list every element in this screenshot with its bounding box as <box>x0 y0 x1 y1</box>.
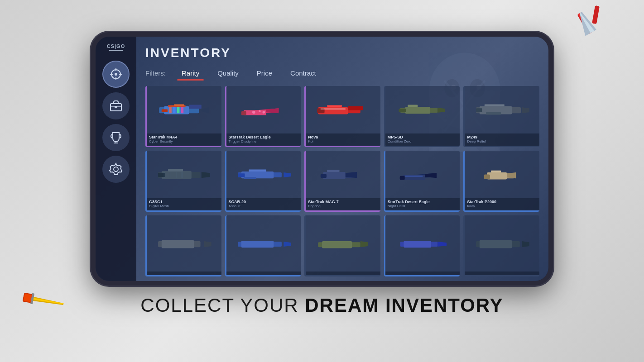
svg-rect-95 <box>491 171 501 172</box>
filter-tab-rarity[interactable]: Rarity <box>173 67 208 79</box>
sidebar-item-settings[interactable] <box>102 156 130 183</box>
weapon-image-area-15 <box>465 215 539 272</box>
sidebar-item-weapons[interactable] <box>102 92 130 119</box>
weapon-card-5[interactable]: M249 Deep Relief <box>463 86 539 147</box>
weapon-skin-10: Ivory <box>467 204 537 208</box>
svg-rect-36 <box>174 104 184 105</box>
svg-marker-104 <box>360 241 368 247</box>
weapon-image-area-2 <box>226 86 301 133</box>
weapon-info-6: G3SG1 Digital Mesh <box>147 198 221 210</box>
weapon-info-5: M249 Deep Relief <box>465 133 539 146</box>
phone-container: CS|GO <box>91 32 553 286</box>
weapon-skin-7: Assault <box>229 204 299 208</box>
svg-rect-4 <box>592 5 600 24</box>
weapon-card-7[interactable]: SCAR-20 Assault <box>225 151 301 212</box>
weapon-card-14[interactable] <box>384 215 460 276</box>
weapon-card-4[interactable]: MP5-SD Condition Zero <box>384 86 460 147</box>
weapon-image-13 <box>309 231 377 256</box>
trophy-icon <box>109 131 123 144</box>
weapon-card-10[interactable]: StarTrak P2000 Ivory <box>463 151 539 212</box>
svg-rect-59 <box>408 105 418 108</box>
weapon-info-1: StarTrak M4A4 Cyber Security <box>147 133 221 146</box>
svg-rect-33 <box>189 105 202 109</box>
weapon-card-13[interactable] <box>304 215 380 276</box>
weapon-info-7: SCAR-20 Assault <box>226 198 301 210</box>
weapon-info-13 <box>306 272 380 275</box>
svg-point-20 <box>115 73 117 76</box>
svg-rect-45 <box>241 111 246 115</box>
weapon-card-15[interactable] <box>463 215 539 276</box>
main-content: INVENTORY Filters: Rarity Quality Price … <box>136 37 548 281</box>
weapon-skin-3: Koi <box>308 139 378 143</box>
weapon-image-6 <box>150 162 218 187</box>
weapon-name-10: StarTrak P2000 <box>467 200 537 204</box>
weapon-image-area-7 <box>226 151 301 198</box>
filter-tab-price[interactable]: Price <box>248 67 281 79</box>
svg-rect-32 <box>164 106 189 114</box>
weapon-card-9[interactable]: StarTrak Desert Eagle Night Heist <box>384 151 460 212</box>
svg-rect-79 <box>249 170 266 171</box>
svg-marker-77 <box>284 172 291 177</box>
weapon-image-area-3 <box>306 86 380 133</box>
tagline-bold: DREAM INVENTORY <box>305 295 503 316</box>
svg-rect-80 <box>244 177 256 179</box>
sidebar-item-trophy[interactable] <box>102 124 130 151</box>
weapon-image-area-8 <box>306 151 380 198</box>
svg-marker-68 <box>202 172 210 178</box>
weapon-card-1[interactable]: StarTrak M4A4 Cyber Security <box>145 86 221 147</box>
svg-rect-39 <box>173 107 176 113</box>
weapon-image-area-9 <box>385 151 460 198</box>
svg-rect-41 <box>181 107 184 113</box>
weapon-card-3[interactable]: Nova Koi <box>304 86 380 147</box>
svg-rect-89 <box>399 176 404 180</box>
svg-rect-100 <box>241 240 274 247</box>
weapon-name-7: SCAR-20 <box>229 200 299 204</box>
gear-icon <box>109 162 123 176</box>
weapon-image-area-11 <box>147 215 221 272</box>
svg-point-47 <box>259 110 260 112</box>
csgo-divider <box>109 50 123 51</box>
svg-rect-27 <box>115 106 117 108</box>
weapon-image-area-5 <box>465 86 539 133</box>
weapon-name-5: M249 <box>467 135 537 139</box>
weapon-image-1 <box>150 97 218 122</box>
filter-row: Filters: Rarity Quality Price Contract <box>145 67 539 79</box>
weapon-image-9 <box>389 162 457 187</box>
csgo-text: CS|GO <box>107 43 125 49</box>
sidebar-item-crosshair[interactable] <box>102 61 130 88</box>
svg-rect-67 <box>162 171 192 179</box>
svg-rect-64 <box>485 104 505 106</box>
tagline: COLLECT YOUR DREAM INVENTORY <box>140 295 503 316</box>
svg-rect-53 <box>327 105 342 107</box>
filter-tab-quality[interactable]: Quality <box>208 67 248 79</box>
svg-marker-57 <box>437 108 445 113</box>
weapon-info-9: StarTrak Desert Eagle Night Heist <box>385 198 460 210</box>
weapon-name-3: Nova <box>308 135 378 139</box>
weapon-name-4: MP5-SD <box>388 135 458 139</box>
svg-rect-40 <box>177 107 180 113</box>
filter-tab-contract[interactable]: Contract <box>281 67 325 79</box>
weapon-image-11 <box>150 231 218 256</box>
svg-rect-103 <box>322 241 352 248</box>
weapon-image-14 <box>389 231 457 256</box>
weapon-image-15 <box>468 231 536 256</box>
weapon-info-14 <box>385 272 460 275</box>
weapon-card-2[interactable]: StarTrak Desert Eagle Trigger Discipline <box>225 86 301 147</box>
svg-rect-58 <box>399 109 406 112</box>
weapon-card-8[interactable]: StarTrak MAG-7 Popdog <box>304 151 380 212</box>
svg-point-30 <box>114 167 118 171</box>
weapon-card-12[interactable] <box>225 215 301 276</box>
weapon-image-area-4 <box>385 86 460 133</box>
svg-marker-107 <box>437 242 447 247</box>
weapon-card-6[interactable]: G3SG1 Digital Mesh <box>145 151 221 212</box>
weapon-skin-9: Night Heist <box>388 204 458 208</box>
svg-rect-85 <box>327 170 340 172</box>
weapon-card-11[interactable] <box>145 215 221 276</box>
svg-rect-56 <box>405 107 430 114</box>
svg-rect-106 <box>404 240 431 247</box>
tagline-text: COLLECT YOUR DREAM INVENTORY <box>140 295 503 316</box>
weapon-skin-2: Trigger Discipline <box>229 139 299 143</box>
weapon-grid: StarTrak M4A4 Cyber Security <box>145 86 539 276</box>
weapon-skin-5: Deep Relief <box>467 139 537 143</box>
svg-marker-37 <box>202 107 209 113</box>
